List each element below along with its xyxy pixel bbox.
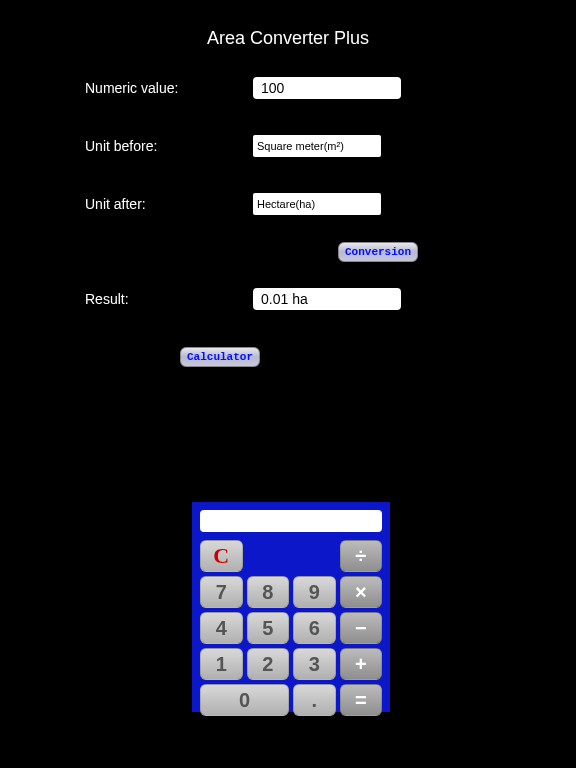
- calc-key-4[interactable]: 4: [200, 612, 243, 644]
- calc-key-divide[interactable]: ÷: [340, 540, 383, 572]
- calc-key-add[interactable]: +: [340, 648, 383, 680]
- conversion-row: Conversion: [85, 241, 576, 262]
- calculator-display[interactable]: [200, 510, 382, 532]
- calc-key-8[interactable]: 8: [247, 576, 290, 608]
- calculator-toggle-row: Calculator: [85, 346, 576, 367]
- calc-key-5[interactable]: 5: [247, 612, 290, 644]
- calc-key-0[interactable]: 0: [200, 684, 289, 716]
- result-output: [253, 288, 401, 310]
- unit-before-row: Unit before: Square meter(m²): [85, 135, 576, 157]
- calc-key-7[interactable]: 7: [200, 576, 243, 608]
- calc-key-2[interactable]: 2: [247, 648, 290, 680]
- numeric-label: Numeric value:: [85, 80, 253, 96]
- calculator-button[interactable]: Calculator: [180, 347, 260, 367]
- converter-form: Numeric value: Unit before: Square meter…: [0, 49, 576, 367]
- numeric-input[interactable]: [253, 77, 401, 99]
- calc-key-9[interactable]: 9: [293, 576, 336, 608]
- calc-key-dot[interactable]: .: [293, 684, 336, 716]
- calc-key-multiply[interactable]: ×: [340, 576, 383, 608]
- result-row: Result:: [85, 288, 576, 310]
- unit-before-select[interactable]: Square meter(m²): [253, 135, 381, 157]
- unit-after-label: Unit after:: [85, 196, 253, 212]
- unit-after-row: Unit after: Hectare(ha): [85, 193, 576, 215]
- calculator-panel: C ÷ 7 8 9 × 4 5 6 − 1 2 3 + 0 . =: [192, 502, 390, 712]
- numeric-row: Numeric value:: [85, 77, 576, 99]
- unit-before-label: Unit before:: [85, 138, 253, 154]
- result-label: Result:: [85, 291, 253, 307]
- unit-after-select[interactable]: Hectare(ha): [253, 193, 381, 215]
- calc-key-3[interactable]: 3: [293, 648, 336, 680]
- calc-key-subtract[interactable]: −: [340, 612, 383, 644]
- calc-key-equals[interactable]: =: [340, 684, 383, 716]
- calc-key-1[interactable]: 1: [200, 648, 243, 680]
- calc-key-6[interactable]: 6: [293, 612, 336, 644]
- calc-key-clear[interactable]: C: [200, 540, 243, 572]
- conversion-button[interactable]: Conversion: [338, 242, 418, 262]
- calculator-keypad: C ÷ 7 8 9 × 4 5 6 − 1 2 3 + 0 . =: [200, 540, 382, 716]
- page-title: Area Converter Plus: [0, 0, 576, 49]
